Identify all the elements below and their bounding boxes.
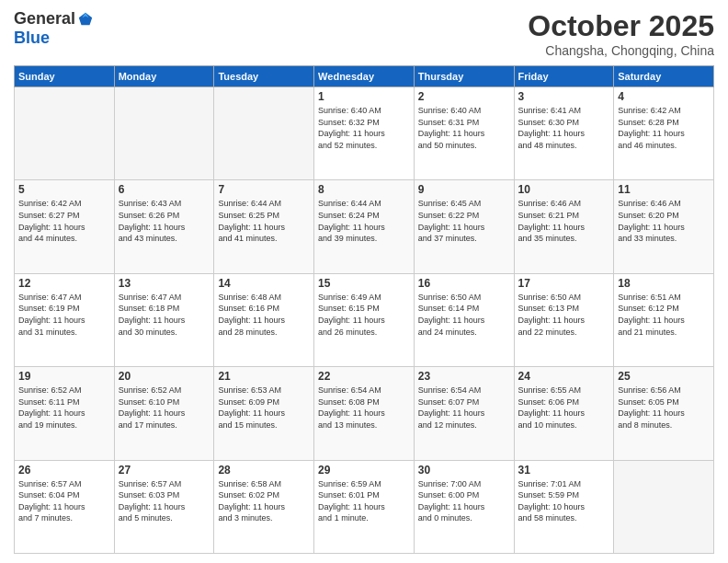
day-info: Sunrise: 6:56 AMSunset: 6:05 PMDaylight:… [618, 385, 710, 431]
day-info: Sunrise: 6:46 AMSunset: 6:20 PMDaylight:… [618, 198, 710, 244]
day-number: 25 [618, 370, 710, 383]
table-row: 25Sunrise: 6:56 AMSunset: 6:05 PMDayligh… [614, 367, 714, 460]
table-row: 19Sunrise: 6:52 AMSunset: 6:11 PMDayligh… [15, 367, 115, 460]
day-number: 9 [418, 183, 510, 196]
table-row: 31Sunrise: 7:01 AMSunset: 5:59 PMDayligh… [514, 460, 614, 553]
day-info: Sunrise: 6:41 AMSunset: 6:30 PMDaylight:… [518, 105, 610, 151]
logo-blue: Blue [14, 29, 50, 48]
table-row: 6Sunrise: 6:43 AMSunset: 6:26 PMDaylight… [114, 180, 214, 273]
table-row: 27Sunrise: 6:57 AMSunset: 6:03 PMDayligh… [114, 460, 214, 553]
table-row: 20Sunrise: 6:52 AMSunset: 6:10 PMDayligh… [114, 367, 214, 460]
day-info: Sunrise: 6:55 AMSunset: 6:06 PMDaylight:… [518, 385, 610, 431]
table-row: 12Sunrise: 6:47 AMSunset: 6:19 PMDayligh… [15, 273, 115, 366]
table-row: 14Sunrise: 6:48 AMSunset: 6:16 PMDayligh… [214, 273, 314, 366]
table-row: 13Sunrise: 6:47 AMSunset: 6:18 PMDayligh… [114, 273, 214, 366]
day-info: Sunrise: 6:43 AMSunset: 6:26 PMDaylight:… [119, 198, 210, 244]
table-row: 23Sunrise: 6:54 AMSunset: 6:07 PMDayligh… [414, 367, 514, 460]
day-info: Sunrise: 6:47 AMSunset: 6:19 PMDaylight:… [18, 292, 110, 338]
day-number: 17 [518, 277, 610, 290]
day-number: 12 [18, 277, 110, 290]
page: General Blue October 2025 Changsha, Chon… [0, 0, 728, 563]
col-tuesday: Tuesday [214, 66, 314, 87]
day-info: Sunrise: 7:00 AMSunset: 6:00 PMDaylight:… [418, 478, 510, 524]
day-number: 4 [618, 90, 710, 103]
month-title: October 2025 [528, 9, 714, 43]
table-row: 30Sunrise: 7:00 AMSunset: 6:00 PMDayligh… [414, 460, 514, 553]
day-info: Sunrise: 6:57 AMSunset: 6:04 PMDaylight:… [18, 478, 110, 524]
day-info: Sunrise: 6:49 AMSunset: 6:15 PMDaylight:… [318, 292, 410, 338]
day-info: Sunrise: 6:54 AMSunset: 6:08 PMDaylight:… [318, 385, 410, 431]
day-number: 20 [119, 370, 210, 383]
day-number: 7 [218, 183, 310, 196]
day-number: 10 [518, 183, 610, 196]
table-row [15, 87, 115, 180]
table-row [114, 87, 214, 180]
day-number: 11 [618, 183, 710, 196]
col-thursday: Thursday [414, 66, 514, 87]
day-info: Sunrise: 7:01 AMSunset: 5:59 PMDaylight:… [518, 478, 610, 524]
table-row: 29Sunrise: 6:59 AMSunset: 6:01 PMDayligh… [314, 460, 415, 553]
logo-flag-icon [77, 11, 94, 28]
table-row: 9Sunrise: 6:45 AMSunset: 6:22 PMDaylight… [414, 180, 514, 273]
day-info: Sunrise: 6:54 AMSunset: 6:07 PMDaylight:… [418, 385, 510, 431]
table-row: 8Sunrise: 6:44 AMSunset: 6:24 PMDaylight… [314, 180, 415, 273]
table-row: 15Sunrise: 6:49 AMSunset: 6:15 PMDayligh… [314, 273, 415, 366]
day-info: Sunrise: 6:50 AMSunset: 6:13 PMDaylight:… [518, 292, 610, 338]
logo-general: General [14, 9, 75, 29]
day-number: 19 [18, 370, 110, 383]
calendar-week-row: 19Sunrise: 6:52 AMSunset: 6:11 PMDayligh… [15, 367, 714, 460]
day-info: Sunrise: 6:47 AMSunset: 6:18 PMDaylight:… [119, 292, 210, 338]
day-number: 26 [18, 464, 110, 477]
title-block: October 2025 Changsha, Chongqing, China [528, 9, 714, 58]
day-info: Sunrise: 6:50 AMSunset: 6:14 PMDaylight:… [418, 292, 510, 338]
day-number: 2 [418, 90, 510, 103]
day-number: 28 [218, 464, 310, 477]
day-number: 8 [318, 183, 410, 196]
col-monday: Monday [114, 66, 214, 87]
day-info: Sunrise: 6:51 AMSunset: 6:12 PMDaylight:… [618, 292, 710, 338]
table-row: 10Sunrise: 6:46 AMSunset: 6:21 PMDayligh… [514, 180, 614, 273]
day-number: 14 [218, 277, 310, 290]
table-row: 26Sunrise: 6:57 AMSunset: 6:04 PMDayligh… [15, 460, 115, 553]
day-number: 13 [119, 277, 210, 290]
day-number: 29 [318, 464, 410, 477]
day-number: 22 [318, 370, 410, 383]
day-info: Sunrise: 6:45 AMSunset: 6:22 PMDaylight:… [418, 198, 510, 244]
header: General Blue October 2025 Changsha, Chon… [14, 9, 714, 58]
day-info: Sunrise: 6:52 AMSunset: 6:10 PMDaylight:… [119, 385, 210, 431]
table-row: 16Sunrise: 6:50 AMSunset: 6:14 PMDayligh… [414, 273, 514, 366]
day-info: Sunrise: 6:53 AMSunset: 6:09 PMDaylight:… [218, 385, 310, 431]
table-row [214, 87, 314, 180]
day-info: Sunrise: 6:40 AMSunset: 6:32 PMDaylight:… [318, 105, 410, 151]
logo: General Blue [14, 9, 94, 48]
day-number: 15 [318, 277, 410, 290]
table-row: 5Sunrise: 6:42 AMSunset: 6:27 PMDaylight… [15, 180, 115, 273]
col-saturday: Saturday [614, 66, 714, 87]
day-number: 3 [518, 90, 610, 103]
day-number: 31 [518, 464, 610, 477]
table-row: 17Sunrise: 6:50 AMSunset: 6:13 PMDayligh… [514, 273, 614, 366]
table-row [614, 460, 714, 553]
day-number: 30 [418, 464, 510, 477]
table-row: 4Sunrise: 6:42 AMSunset: 6:28 PMDaylight… [614, 87, 714, 180]
day-info: Sunrise: 6:58 AMSunset: 6:02 PMDaylight:… [218, 478, 310, 524]
day-info: Sunrise: 6:59 AMSunset: 6:01 PMDaylight:… [318, 478, 410, 524]
day-info: Sunrise: 6:40 AMSunset: 6:31 PMDaylight:… [418, 105, 510, 151]
day-number: 23 [418, 370, 510, 383]
table-row: 22Sunrise: 6:54 AMSunset: 6:08 PMDayligh… [314, 367, 415, 460]
table-row: 7Sunrise: 6:44 AMSunset: 6:25 PMDaylight… [214, 180, 314, 273]
col-friday: Friday [514, 66, 614, 87]
calendar-table: Sunday Monday Tuesday Wednesday Thursday… [14, 65, 714, 554]
table-row: 2Sunrise: 6:40 AMSunset: 6:31 PMDaylight… [414, 87, 514, 180]
location-subtitle: Changsha, Chongqing, China [528, 43, 714, 58]
day-info: Sunrise: 6:57 AMSunset: 6:03 PMDaylight:… [119, 478, 210, 524]
calendar-week-row: 26Sunrise: 6:57 AMSunset: 6:04 PMDayligh… [15, 460, 714, 553]
day-info: Sunrise: 6:52 AMSunset: 6:11 PMDaylight:… [18, 385, 110, 431]
table-row: 18Sunrise: 6:51 AMSunset: 6:12 PMDayligh… [614, 273, 714, 366]
day-info: Sunrise: 6:48 AMSunset: 6:16 PMDaylight:… [218, 292, 310, 338]
day-number: 21 [218, 370, 310, 383]
col-sunday: Sunday [15, 66, 115, 87]
table-row: 24Sunrise: 6:55 AMSunset: 6:06 PMDayligh… [514, 367, 614, 460]
calendar-week-row: 1Sunrise: 6:40 AMSunset: 6:32 PMDaylight… [15, 87, 714, 180]
day-number: 5 [18, 183, 110, 196]
